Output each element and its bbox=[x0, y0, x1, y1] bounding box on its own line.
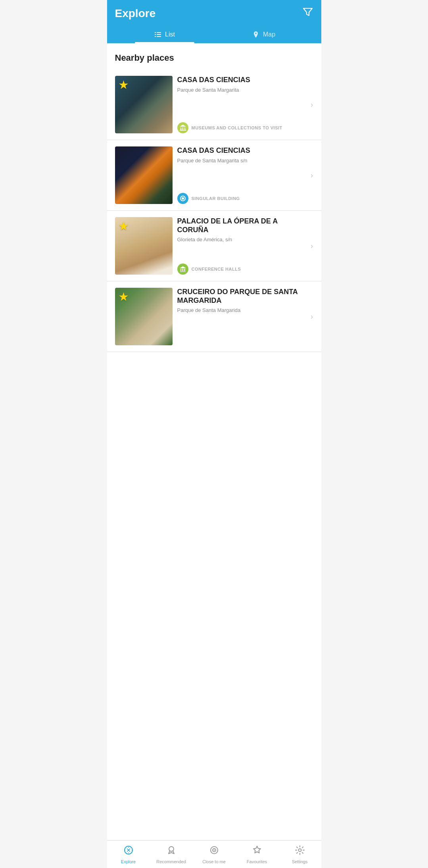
svg-rect-3 bbox=[157, 34, 161, 35]
tab-list-label: List bbox=[165, 31, 175, 38]
place-name: PALACIO DE LA ÓPERA DE A CORUÑA bbox=[177, 217, 306, 234]
category-icon bbox=[177, 193, 188, 204]
chevron-right-icon: › bbox=[311, 100, 313, 109]
place-info: CRUCEIRO DO PARQUE DE SANTA MARGARIDA Pa… bbox=[173, 288, 311, 345]
svg-point-11 bbox=[213, 849, 215, 851]
place-name: CASA DAS CIENCIAS bbox=[177, 76, 306, 85]
place-info: PALACIO DE LA ÓPERA DE A CORUÑA Glorieta… bbox=[173, 217, 311, 275]
place-info: CASA DAS CIENCIAS Parque de Santa Margar… bbox=[173, 76, 311, 133]
place-name: CASA DAS CIENCIAS bbox=[177, 146, 306, 155]
star-badge: ★ bbox=[118, 220, 129, 232]
nav-item-recommended[interactable]: Recommended bbox=[150, 842, 193, 867]
tab-map[interactable]: Map bbox=[214, 26, 313, 43]
svg-rect-1 bbox=[157, 32, 161, 33]
filter-icon[interactable] bbox=[302, 6, 313, 20]
tab-map-label: Map bbox=[263, 31, 275, 38]
star-badge: ★ bbox=[118, 291, 129, 303]
place-category: MUSEUMS AND COLLECTIONS TO VISIT bbox=[177, 122, 306, 133]
nav-item-close-to-me[interactable]: Close to me bbox=[193, 842, 236, 867]
place-item[interactable]: ★ CASA DAS CIENCIAS Parque de Santa Marg… bbox=[107, 69, 321, 140]
nav-item-explore[interactable]: Explore bbox=[107, 842, 150, 867]
place-name: CRUCEIRO DO PARQUE DE SANTA MARGARIDA bbox=[177, 288, 306, 305]
app-title: Explore bbox=[115, 7, 156, 20]
nav-label-recommended: Recommended bbox=[156, 859, 186, 864]
category-label: MUSEUMS AND COLLECTIONS TO VISIT bbox=[192, 125, 282, 130]
svg-rect-2 bbox=[155, 34, 156, 35]
nav-item-favourites[interactable]: Favourites bbox=[236, 842, 278, 867]
tab-list[interactable]: List bbox=[115, 26, 214, 43]
place-item[interactable]: CASA DAS CIENCIAS Parque de Santa Margar… bbox=[107, 140, 321, 211]
list-icon bbox=[154, 31, 162, 38]
nearby-places-title: Nearby places bbox=[107, 43, 321, 69]
chevron-right-icon: › bbox=[311, 171, 313, 180]
place-item[interactable]: ★ PALACIO DE LA ÓPERA DE A CORUÑA Glorie… bbox=[107, 211, 321, 281]
place-item[interactable]: ★ CRUCEIRO DO PARQUE DE SANTA MARGARIDA … bbox=[107, 281, 321, 352]
place-image bbox=[115, 146, 173, 204]
nav-label-settings: Settings bbox=[292, 859, 308, 864]
svg-point-12 bbox=[298, 849, 301, 851]
place-address: Parque de Santa Margarita bbox=[177, 87, 306, 93]
place-address: Parque de Santa Margarita s/n bbox=[177, 158, 306, 164]
category-icon bbox=[177, 122, 188, 133]
ribbon-icon bbox=[166, 845, 177, 858]
chevron-right-icon: › bbox=[311, 241, 313, 250]
svg-point-8 bbox=[169, 847, 174, 851]
map-icon bbox=[252, 31, 260, 38]
star-icon bbox=[252, 845, 262, 858]
place-image: ★ bbox=[115, 217, 173, 275]
place-address: Glorieta de América, s/n bbox=[177, 237, 306, 243]
nav-item-settings[interactable]: Settings bbox=[278, 842, 321, 867]
svg-point-7 bbox=[128, 849, 129, 851]
bottom-navigation: Explore Recommended Close to me Favourit… bbox=[107, 840, 321, 868]
place-category: CONFERENCE HALLS bbox=[177, 264, 306, 275]
tab-bar: List Map bbox=[115, 26, 313, 43]
place-info: CASA DAS CIENCIAS Parque de Santa Margar… bbox=[173, 146, 311, 204]
place-image: ★ bbox=[115, 288, 173, 345]
category-label: SINGULAR BUILDING bbox=[192, 196, 240, 201]
svg-rect-0 bbox=[155, 32, 156, 33]
place-image: ★ bbox=[115, 76, 173, 133]
category-label: CONFERENCE HALLS bbox=[192, 267, 241, 271]
app-header: Explore List Map bbox=[107, 0, 321, 43]
svg-rect-4 bbox=[155, 36, 156, 37]
compass-icon bbox=[123, 845, 134, 858]
place-category: SINGULAR BUILDING bbox=[177, 193, 306, 204]
svg-rect-5 bbox=[157, 36, 161, 37]
target-icon bbox=[209, 845, 219, 858]
gear-icon bbox=[295, 845, 305, 858]
star-badge: ★ bbox=[118, 79, 129, 91]
place-address: Parque de Santa Margarida bbox=[177, 307, 306, 313]
chevron-right-icon: › bbox=[311, 312, 313, 321]
category-icon bbox=[177, 264, 188, 275]
nav-label-close-to-me: Close to me bbox=[202, 859, 226, 864]
nav-label-favourites: Favourites bbox=[247, 859, 267, 864]
main-content: Nearby places ★ CASA DAS CIENCIAS Parque… bbox=[107, 43, 321, 840]
nav-label-explore: Explore bbox=[121, 859, 136, 864]
